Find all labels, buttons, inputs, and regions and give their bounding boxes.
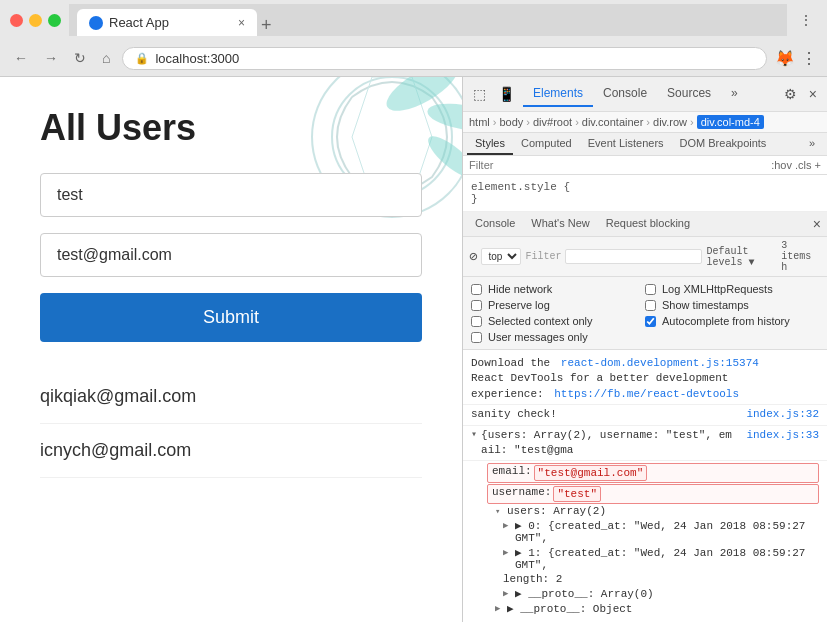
title-bar: React App × + ⋮ xyxy=(0,0,827,40)
react-dom-link[interactable]: react-dom.development.js:15374 xyxy=(561,357,759,369)
tab-sources[interactable]: Sources xyxy=(657,81,721,107)
breadcrumb-col-md-4[interactable]: div.col-md-4 xyxy=(697,115,764,129)
browser-menu-button[interactable]: ⋮ xyxy=(795,10,817,30)
selected-context-checkbox[interactable] xyxy=(471,316,482,327)
console-object-detail: email: "test@gmail.com" username: "test"… xyxy=(463,461,827,618)
fb-react-link[interactable]: https://fb.me/react-devtools xyxy=(554,388,739,400)
close-window-button[interactable] xyxy=(10,14,23,27)
clear-console-button[interactable]: ⊘ xyxy=(469,248,477,265)
style-tab-dom-breakpoints[interactable]: DOM Breakpoints xyxy=(672,133,775,155)
object-email-value: "test@gmail.com" xyxy=(534,465,648,481)
devtools-close-button[interactable]: × xyxy=(805,82,821,106)
object-proto1-line: ▶ ▶ __proto__: Object xyxy=(487,601,819,616)
forward-button[interactable]: → xyxy=(40,48,62,68)
styles-filter-pseudo[interactable]: :hov .cls + xyxy=(771,159,821,171)
proto1-arrow[interactable]: ▶ xyxy=(495,603,505,614)
object-users-label: users: Array(2) xyxy=(507,505,606,517)
page-title: All Users xyxy=(40,107,422,149)
main-area: All Users Submit qikqiak@gmail.com icnyc… xyxy=(0,77,827,622)
breadcrumb-container[interactable]: div.container xyxy=(582,116,644,128)
browser-tab[interactable]: React App × xyxy=(77,9,257,36)
index-js-33-link[interactable]: index.js:33 xyxy=(746,428,819,443)
object-user1-value: ▶ 1: {created_at: "Wed, 24 Jan 2018 08:5… xyxy=(515,546,811,571)
devtools-style-tabs: Styles Computed Event Listeners DOM Brea… xyxy=(463,133,827,156)
filter-label: Filter xyxy=(525,251,561,262)
user0-arrow[interactable]: ▶ xyxy=(503,520,513,531)
console-close-button[interactable]: × xyxy=(811,214,823,234)
breadcrumb-body[interactable]: body xyxy=(499,116,523,128)
hide-network-label: Hide network xyxy=(488,283,552,295)
breadcrumb-row[interactable]: div.row xyxy=(653,116,687,128)
window-controls xyxy=(10,14,61,27)
styles-filter-input[interactable] xyxy=(469,159,767,171)
object-proto0-line: ▶ ▶ __proto__: Array(0) xyxy=(495,586,819,601)
breadcrumb-html[interactable]: html xyxy=(469,116,490,128)
style-tab-computed[interactable]: Computed xyxy=(513,133,580,155)
devtools-panel: ⬚ 📱 Elements Console Sources » ⚙ × html … xyxy=(462,77,827,622)
console-tab-request-blocking[interactable]: Request blocking xyxy=(598,212,698,236)
proto0-arrow[interactable]: ▶ xyxy=(503,588,513,599)
tab-elements[interactable]: Elements xyxy=(523,81,593,107)
svg-point-4 xyxy=(423,130,462,184)
console-context-select[interactable]: top xyxy=(481,248,521,265)
app-content: All Users Submit qikqiak@gmail.com icnyc… xyxy=(0,77,462,622)
user-email-1: qikqiak@gmail.com xyxy=(40,386,196,406)
user1-arrow[interactable]: ▶ xyxy=(503,547,513,558)
tab-more[interactable]: » xyxy=(721,81,748,107)
tab-title: React App xyxy=(109,15,232,30)
style-tab-event-listeners[interactable]: Event Listeners xyxy=(580,133,672,155)
refresh-button[interactable]: ↻ xyxy=(70,48,90,68)
extension-button[interactable]: 🦊 xyxy=(775,49,795,68)
browser-options-button[interactable]: ⋮ xyxy=(801,49,817,68)
index-js-32-link[interactable]: index.js:32 xyxy=(746,407,819,422)
browser-chrome: React App × + ⋮ ← → ↻ ⌂ 🔒 localhost:3000… xyxy=(0,0,827,77)
tab-close-button[interactable]: × xyxy=(238,16,245,30)
console-levels[interactable]: Default levels ▼ xyxy=(706,246,777,268)
address-field[interactable]: 🔒 localhost:3000 xyxy=(122,47,767,70)
object-proto0-label: ▶ __proto__: Array(0) xyxy=(515,587,654,600)
show-timestamps-label: Show timestamps xyxy=(662,299,749,311)
setting-selected-context: Selected context only xyxy=(471,313,645,329)
autocomplete-label: Autocomplete from history xyxy=(662,315,790,327)
console-tab-whats-new[interactable]: What's New xyxy=(523,212,597,236)
preserve-log-checkbox[interactable] xyxy=(471,300,482,311)
setting-autocomplete: Autocomplete from history xyxy=(645,313,819,329)
devtools-settings[interactable]: ⚙ xyxy=(780,84,801,104)
device-tool[interactable]: 📱 xyxy=(494,84,519,104)
console-toolbar: ⊘ top Filter Default levels ▼ 3 items h xyxy=(463,237,827,277)
object-length-line: length: 2 xyxy=(495,572,819,586)
form-section: Submit xyxy=(40,173,422,370)
hide-network-checkbox[interactable] xyxy=(471,284,482,295)
minimize-window-button[interactable] xyxy=(29,14,42,27)
inspect-tool[interactable]: ⬚ xyxy=(469,84,490,104)
console-filter-input[interactable] xyxy=(565,249,702,264)
submit-button[interactable]: Submit xyxy=(40,293,422,342)
url-text: localhost:3000 xyxy=(155,51,239,66)
object-proto1-label: ▶ __proto__: Object xyxy=(507,602,632,615)
setting-preserve-log: Preserve log xyxy=(471,297,645,313)
object-username-value: "test" xyxy=(553,486,601,502)
tab-console[interactable]: Console xyxy=(593,81,657,107)
back-button[interactable]: ← xyxy=(10,48,32,68)
show-timestamps-checkbox[interactable] xyxy=(645,300,656,311)
console-line-2: sanity check! index.js:32 xyxy=(463,405,827,425)
console-line-1: Download the react-dom.development.js:15… xyxy=(463,354,827,405)
log-xmlhttp-checkbox[interactable] xyxy=(645,284,656,295)
users-array-arrow[interactable]: ▾ xyxy=(495,506,505,517)
autocomplete-checkbox[interactable] xyxy=(645,316,656,327)
user-email-2: icnych@gmail.com xyxy=(40,440,191,460)
new-tab-button[interactable]: + xyxy=(261,15,272,36)
home-button[interactable]: ⌂ xyxy=(98,48,114,68)
console-arrow-3[interactable]: ▾ xyxy=(471,428,477,442)
console-tab-console[interactable]: Console xyxy=(467,212,523,236)
extension-icons: 🦊 ⋮ xyxy=(775,49,817,68)
maximize-window-button[interactable] xyxy=(48,14,61,27)
username-input[interactable] xyxy=(40,173,422,217)
style-tab-more[interactable]: » xyxy=(801,133,823,155)
object-user1-line: ▶ ▶ 1: {created_at: "Wed, 24 Jan 2018 08… xyxy=(495,545,819,572)
user-messages-checkbox[interactable] xyxy=(471,332,482,343)
console-tabs: Console What's New Request blocking × xyxy=(463,212,827,237)
email-input[interactable] xyxy=(40,233,422,277)
breadcrumb-root[interactable]: div#root xyxy=(533,116,572,128)
style-tab-styles[interactable]: Styles xyxy=(467,133,513,155)
